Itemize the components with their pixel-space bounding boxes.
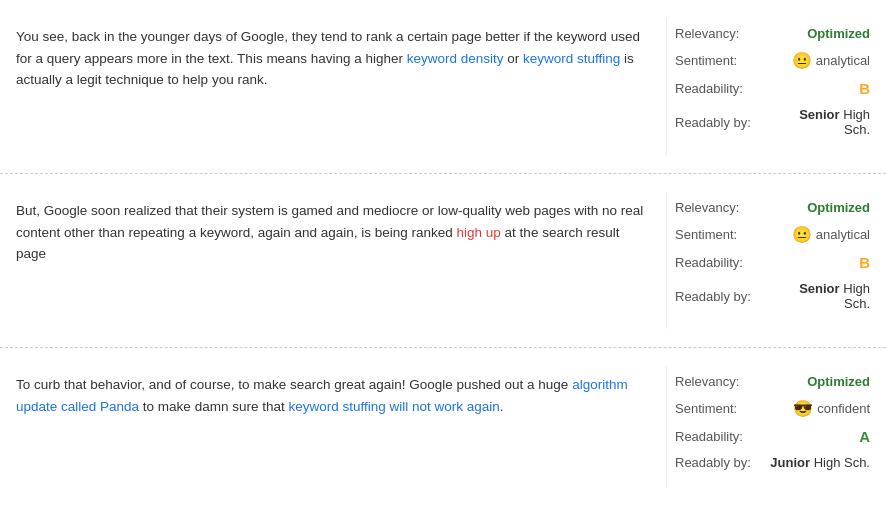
readably-by-bold-3: Junior	[770, 455, 810, 470]
readably-by-label-1: Readably by:	[675, 115, 770, 130]
readability-row-3: Readability: A	[675, 428, 870, 445]
highlight-keyword-stuffing-1: keyword stuffing	[523, 51, 620, 66]
readability-label-1: Readability:	[675, 81, 770, 96]
readably-by-bold-1: Senior	[799, 107, 839, 122]
relevancy-row-3: Relevancy: Optimized	[675, 374, 870, 389]
sentiment-text-2: analytical	[816, 227, 870, 242]
readably-by-row-1: Readably by: Senior High Sch.	[675, 107, 870, 137]
relevancy-label-1: Relevancy:	[675, 26, 770, 41]
sentiment-emoji-3: 😎	[793, 399, 813, 418]
relevancy-label-3: Relevancy:	[675, 374, 770, 389]
readably-by-row-2: Readably by: Senior High Sch.	[675, 281, 870, 311]
sentiment-emoji-1: 😐	[792, 51, 812, 70]
readably-by-rest-1: High Sch.	[843, 107, 870, 137]
readably-by-row-3: Readably by: Junior High Sch.	[675, 455, 870, 470]
relevancy-row-1: Relevancy: Optimized	[675, 26, 870, 41]
readably-by-rest-2: High Sch.	[843, 281, 870, 311]
sentiment-emoji-2: 😐	[792, 225, 812, 244]
relevancy-value-3: Optimized	[770, 374, 870, 389]
relevancy-value-1: Optimized	[770, 26, 870, 41]
readability-label-2: Readability:	[675, 255, 770, 270]
sentiment-label-1: Sentiment:	[675, 53, 770, 68]
sentiment-value-1: 😐 analytical	[770, 51, 870, 70]
readability-label-3: Readability:	[675, 429, 770, 444]
paragraph-row-2: But, Google soon realized that their sys…	[0, 174, 886, 348]
main-container: You see, back in the younger days of Goo…	[0, 0, 886, 532]
paragraph-row-1: You see, back in the younger days of Goo…	[0, 0, 886, 174]
metrics-panel-3: Relevancy: Optimized Sentiment: 😎 confid…	[666, 366, 886, 488]
readability-value-2: B	[770, 254, 870, 271]
sentiment-text-1: analytical	[816, 53, 870, 68]
readability-value-1: B	[770, 80, 870, 97]
relevancy-row-2: Relevancy: Optimized	[675, 200, 870, 215]
sentiment-text-3: confident	[817, 401, 870, 416]
sentiment-label-2: Sentiment:	[675, 227, 770, 242]
paragraph-text-3: To curb that behavior, and of course, to…	[0, 366, 666, 488]
highlight-high-up: high up	[457, 225, 501, 240]
readably-by-value-1: Senior High Sch.	[770, 107, 870, 137]
sentiment-row-1: Sentiment: 😐 analytical	[675, 51, 870, 70]
relevancy-label-2: Relevancy:	[675, 200, 770, 215]
sentiment-label-3: Sentiment:	[675, 401, 770, 416]
readability-value-3: A	[770, 428, 870, 445]
paragraph-row-3: To curb that behavior, and of course, to…	[0, 348, 886, 506]
sentiment-value-3: 😎 confident	[770, 399, 870, 418]
metrics-panel-2: Relevancy: Optimized Sentiment: 😐 analyt…	[666, 192, 886, 329]
readability-row-1: Readability: B	[675, 80, 870, 97]
paragraph-text-2: But, Google soon realized that their sys…	[0, 192, 666, 329]
readably-by-value-3: Junior High Sch.	[770, 455, 870, 470]
readability-row-2: Readability: B	[675, 254, 870, 271]
sentiment-row-2: Sentiment: 😐 analytical	[675, 225, 870, 244]
paragraph-text-1: You see, back in the younger days of Goo…	[0, 18, 666, 155]
relevancy-value-2: Optimized	[770, 200, 870, 215]
highlight-keyword-stuffing-3: keyword stuffing will not work again	[288, 399, 499, 414]
sentiment-row-3: Sentiment: 😎 confident	[675, 399, 870, 418]
metrics-panel-1: Relevancy: Optimized Sentiment: 😐 analyt…	[666, 18, 886, 155]
readably-by-label-3: Readably by:	[675, 455, 770, 470]
readably-by-rest-3: High Sch.	[814, 455, 870, 470]
highlight-keyword-density: keyword density	[407, 51, 504, 66]
sentiment-value-2: 😐 analytical	[770, 225, 870, 244]
readably-by-label-2: Readably by:	[675, 289, 770, 304]
readably-by-bold-2: Senior	[799, 281, 839, 296]
readably-by-value-2: Senior High Sch.	[770, 281, 870, 311]
